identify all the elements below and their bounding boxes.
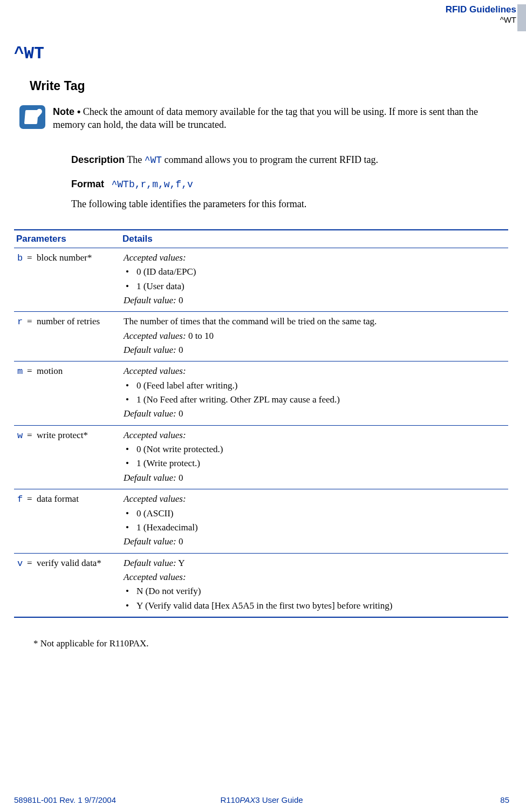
detail-line: Default value: Y	[124, 556, 505, 570]
detail-line: Accepted values:	[124, 492, 505, 506]
description-pre: The	[125, 154, 145, 165]
param-name: motion	[37, 364, 112, 378]
param-symbol: b	[17, 251, 27, 265]
details-cell: Default value: YAccepted values:N (Do no…	[120, 553, 508, 617]
equals-sign: =	[27, 315, 37, 329]
param-cell: m=motion	[14, 361, 120, 425]
param-name: block number*	[37, 251, 112, 265]
details-cell: Accepted values:0 (ID data/EPC)1 (User d…	[120, 248, 508, 312]
table-footnote: * Not applicable for R110PAX.	[33, 638, 149, 649]
content: Description The ^WT command allows you t…	[71, 154, 508, 220]
details-cell: Accepted values:0 (ASCII)1 (Hexadecimal)…	[120, 489, 508, 553]
param-symbol: w	[17, 429, 27, 443]
footer-center: R110PAX3 User Guide	[14, 795, 509, 804]
equals-sign: =	[27, 251, 37, 265]
table-lead: The following table identifies the param…	[71, 199, 508, 210]
detail-line: 0 (ASCII)	[124, 507, 505, 521]
section-title: Write Tag	[30, 79, 85, 93]
detail-line: N (Do not verify)	[124, 584, 505, 598]
footer-center-post: 3 User Guide	[255, 795, 303, 804]
detail-line: 1 (Hexadecimal)	[124, 521, 505, 535]
page-tab	[517, 4, 526, 31]
detail-line: Y (Verify valid data [Hex A5A5 in the fi…	[124, 599, 505, 613]
table-row: m=motionAccepted values:0 (Feed label af…	[14, 361, 508, 425]
param-name: data format	[37, 492, 112, 506]
parameters-table: Parameters Details b=block number*Accept…	[14, 229, 508, 618]
detail-line: 1 (Write protect.)	[124, 456, 505, 470]
equals-sign: =	[27, 492, 37, 506]
detail-line: 1 (No Feed after writing. Other ZPL may …	[124, 393, 505, 407]
detail-line: The number of times that the command wil…	[124, 315, 505, 329]
table-row: v=verify valid data*Default value: YAcce…	[14, 553, 508, 617]
detail-line: Default value: 0	[124, 294, 505, 308]
format-line: Format ^WTb,r,m,w,f,v	[71, 179, 508, 190]
details-cell: Accepted values:0 (Feed label after writ…	[120, 361, 508, 425]
table-row: b=block number*Accepted values:0 (ID dat…	[14, 248, 508, 312]
detail-line: Accepted values:	[124, 251, 505, 265]
param-symbol: v	[17, 557, 27, 571]
note-body: Check the amount of data memory availabl…	[53, 106, 478, 130]
param-name: verify valid data*	[37, 556, 112, 570]
param-cell: f=data format	[14, 489, 120, 553]
param-symbol: m	[17, 365, 27, 379]
description-cmd: ^WT	[145, 155, 162, 166]
param-cell: r=number of retries	[14, 312, 120, 361]
detail-line: 0 (ID data/EPC)	[124, 265, 505, 279]
note-text: Note • Check the amount of data memory a…	[53, 105, 508, 132]
detail-line: Accepted values:	[124, 570, 505, 584]
footer-center-italic: PAX	[240, 795, 255, 804]
param-cell: v=verify valid data*	[14, 553, 120, 617]
footer-center-pre: R110	[220, 795, 240, 804]
note-label: Note •	[53, 106, 80, 117]
header-sub: ^WT	[446, 15, 516, 24]
equals-sign: =	[27, 364, 37, 378]
detail-line: Default value: 0	[124, 343, 505, 357]
detail-line: Default value: 0	[124, 471, 505, 485]
detail-line: Default value: 0	[124, 535, 505, 549]
description-label: Description	[71, 154, 125, 165]
table-row: f=data formatAccepted values:0 (ASCII)1 …	[14, 489, 508, 553]
detail-line: Accepted values:	[124, 364, 505, 378]
table-row: r=number of retriesThe number of times t…	[14, 312, 508, 361]
param-cell: b=block number*	[14, 248, 120, 312]
note-icon	[19, 105, 45, 129]
table-row: w=write protect*Accepted values:0 (Not w…	[14, 425, 508, 489]
header-title: RFID Guidelines	[446, 4, 516, 15]
param-name: write protect*	[37, 428, 112, 442]
description-post: command allows you to program the curren…	[162, 154, 378, 165]
page-footer: 58981L-001 Rev. 1 9/7/2004 R110PAX3 User…	[14, 795, 509, 804]
format-value: ^WTb,r,m,w,f,v	[112, 179, 193, 190]
detail-line: Default value: 0	[124, 407, 505, 421]
detail-line: 0 (Feed label after writing.)	[124, 379, 505, 393]
format-label: Format	[71, 179, 104, 189]
equals-sign: =	[27, 428, 37, 442]
equals-sign: =	[27, 556, 37, 570]
details-cell: Accepted values:0 (Not write protected.)…	[120, 425, 508, 489]
page-header: RFID Guidelines ^WT	[446, 4, 516, 24]
note-box: Note • Check the amount of data memory a…	[19, 105, 508, 132]
param-cell: w=write protect*	[14, 425, 120, 489]
param-symbol: f	[17, 493, 27, 507]
param-name: number of retries	[37, 315, 112, 329]
command-heading: ^WT	[14, 44, 44, 63]
description-line: Description The ^WT command allows you t…	[71, 154, 508, 166]
detail-line: Accepted values: 0 to 10	[124, 329, 505, 343]
detail-line: Accepted values:	[124, 428, 505, 442]
param-symbol: r	[17, 315, 27, 329]
table-header-details: Details	[120, 230, 508, 248]
details-cell: The number of times that the command wil…	[120, 312, 508, 361]
detail-line: 0 (Not write protected.)	[124, 442, 505, 456]
table-header-parameters: Parameters	[14, 230, 120, 248]
detail-line: 1 (User data)	[124, 279, 505, 294]
